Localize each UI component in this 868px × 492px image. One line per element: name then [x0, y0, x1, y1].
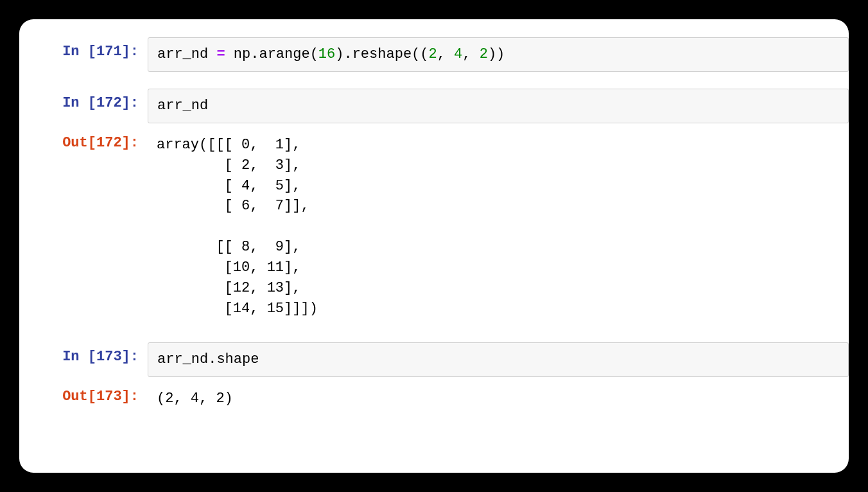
code-input[interactable]: arr_nd.shape — [148, 342, 849, 377]
output-prompt: Out[172]: — [19, 128, 148, 326]
input-prompt: In [171]: — [19, 37, 148, 72]
notebook-container: In [171]: arr_nd = np.arange(16).reshape… — [19, 19, 849, 473]
input-prompt: In [172]: — [19, 89, 148, 123]
input-prompt: In [173]: — [19, 342, 148, 377]
code-cell: In [172]: arr_nd — [19, 89, 849, 123]
code-input[interactable]: arr_nd = np.arange(16).reshape((2, 4, 2)… — [148, 37, 849, 72]
output-prompt: Out[173]: — [19, 382, 148, 416]
code-cell: In [171]: arr_nd = np.arange(16).reshape… — [19, 37, 849, 72]
output-cell: Out[173]: (2, 4, 2) — [19, 382, 849, 416]
code-output: (2, 4, 2) — [148, 382, 849, 416]
code-cell: In [173]: arr_nd.shape — [19, 342, 849, 377]
code-output: array([[[ 0, 1], [ 2, 3], [ 4, 5], [ 6, … — [148, 128, 849, 326]
code-input[interactable]: arr_nd — [148, 89, 849, 123]
output-cell: Out[172]: array([[[ 0, 1], [ 2, 3], [ 4,… — [19, 128, 849, 326]
